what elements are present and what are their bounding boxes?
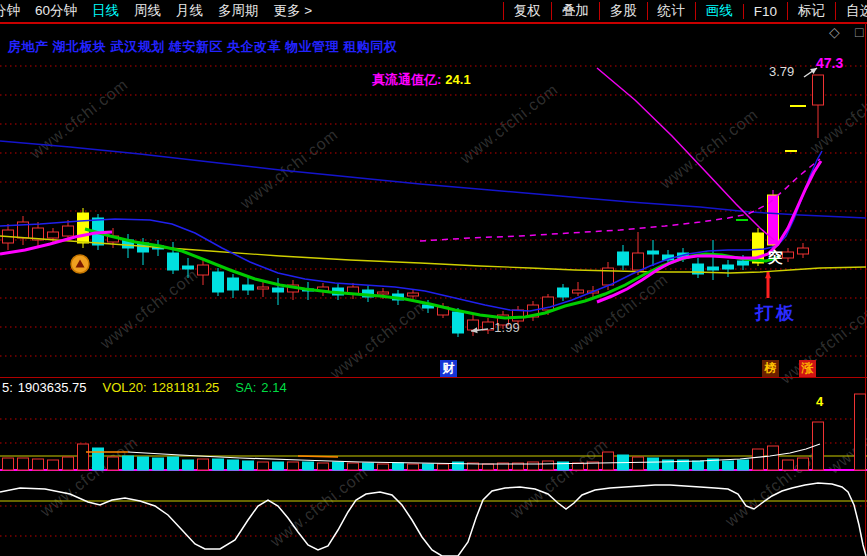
vol5-value: 1903635.75 [18,380,87,395]
sa-value: 2.14 [261,380,286,395]
low-price-label: -1.99 [490,320,520,335]
volume-indicator-header: 5:1903635.75VOL20:1281181.25SA:2.14 [2,380,292,395]
prev-price-label: 3.79 [769,64,794,79]
daban-annotation: 打板 [755,301,797,325]
high-price-label: 47.3 [816,55,843,71]
diamond-draw-icon[interactable]: ◇ [829,24,840,40]
vol20-label: VOL20: [103,380,147,395]
square-draw-icon[interactable]: □ [855,24,863,40]
marker-finance-badge[interactable]: 财 [440,360,457,377]
vol5-label: 5: [2,380,13,395]
trading-app-window: 分钟 60分钟 日线 周线 月线 多周期 更多 > 复权 叠加 多股 统计 画线… [0,0,867,556]
sa-label: SA: [235,380,256,395]
vol20-value: 1281181.25 [152,380,220,395]
marker-rank-badge[interactable]: 榜 [762,360,779,377]
circulation-value: 24.1 [445,72,470,87]
breakout-marker: 突 [768,248,783,267]
float-circulation-indicator: 真流通值亿:24.1 [372,71,471,89]
volume-count-label: 4 [816,394,823,409]
circulation-label: 真流通值亿: [372,72,441,87]
marker-rise-badge[interactable]: 涨 [799,360,816,377]
